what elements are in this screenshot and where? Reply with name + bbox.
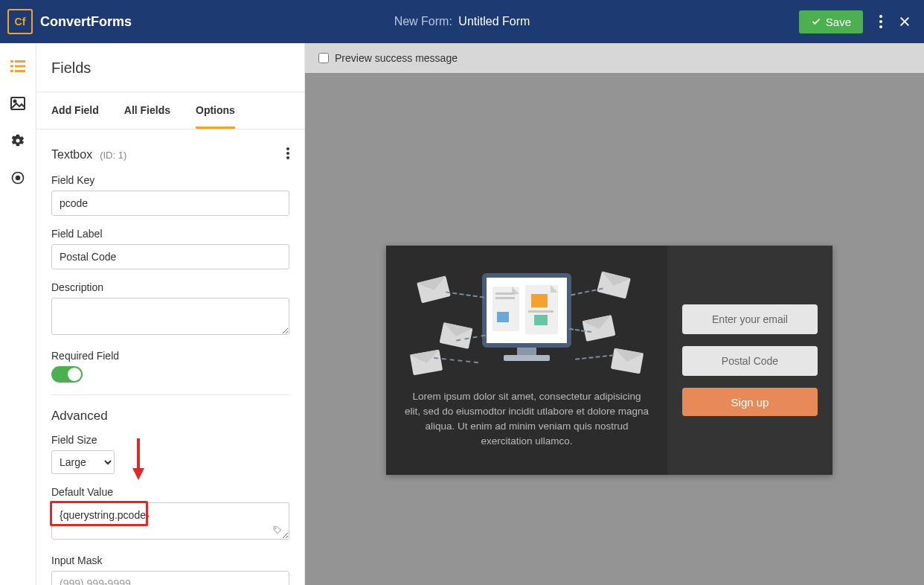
tab-options[interactable]: Options <box>196 92 235 129</box>
field-id-label: (ID: 1) <box>100 150 126 161</box>
close-button[interactable] <box>899 16 911 28</box>
image-icon <box>10 97 25 110</box>
svg-rect-9 <box>10 70 13 72</box>
svg-point-17 <box>286 156 289 159</box>
list-icon <box>10 60 25 72</box>
divider <box>51 394 289 395</box>
tab-add-field[interactable]: Add Field <box>51 92 99 129</box>
svg-rect-6 <box>15 60 25 63</box>
more-button[interactable] <box>879 15 882 28</box>
field-type-label: Textbox <box>51 148 92 162</box>
svg-point-12 <box>14 100 16 103</box>
svg-point-1 <box>879 20 882 23</box>
svg-rect-8 <box>15 65 25 68</box>
required-label: Required Field <box>51 350 289 362</box>
sidebar-title: Fields <box>36 43 304 92</box>
field-key-label: Field Key <box>51 174 289 186</box>
page-title: New Form: Untitled Form <box>394 15 530 28</box>
field-label-input[interactable] <box>51 244 289 269</box>
brand-name: ConvertForms <box>40 14 132 30</box>
svg-rect-7 <box>10 65 13 68</box>
gear-icon <box>10 133 25 148</box>
canvas: Preview success message <box>305 43 924 585</box>
nav-settings[interactable] <box>10 132 26 149</box>
field-key-input[interactable] <box>51 191 289 216</box>
description-input[interactable] <box>51 298 289 335</box>
sidebar: Fields Add Field All Fields Options Text… <box>36 43 305 585</box>
close-icon <box>899 16 911 28</box>
form-preview-right: Sign up <box>667 246 832 475</box>
form-preview-left: Lorem ipsum dolor sit amet, consectetur … <box>386 246 667 475</box>
svg-point-20 <box>275 528 276 529</box>
top-bar: Cf ConvertForms New Form: Untitled Form … <box>0 0 924 43</box>
input-mask-label: Input Mask <box>51 554 289 566</box>
svg-point-15 <box>286 147 289 150</box>
svg-point-0 <box>879 15 882 18</box>
default-value-label: Default Value <box>51 486 289 498</box>
field-size-label: Field Size <box>51 434 289 446</box>
monitor-icon <box>482 273 571 348</box>
illustration <box>411 272 642 376</box>
svg-rect-5 <box>10 60 13 63</box>
required-toggle[interactable] <box>51 366 83 383</box>
nav-design[interactable] <box>10 95 26 112</box>
preview-bar: Preview success message <box>305 43 924 73</box>
toggle-knob <box>68 368 81 381</box>
canvas-body[interactable]: Lorem ipsum dolor sit amet, consectetur … <box>305 73 924 585</box>
field-size-select[interactable]: Large <box>51 450 115 474</box>
svg-rect-10 <box>15 70 25 72</box>
form-preview: Lorem ipsum dolor sit amet, consectetur … <box>386 246 832 475</box>
target-icon <box>10 170 25 185</box>
input-mask-input[interactable] <box>51 571 289 585</box>
logo-text: Cf <box>15 16 26 28</box>
svg-point-14 <box>16 176 20 180</box>
default-value-input[interactable]: {querystring.pcode} <box>51 502 289 540</box>
tag-icon <box>272 525 283 535</box>
field-more-button[interactable] <box>286 147 289 162</box>
save-button[interactable]: Save <box>799 10 863 33</box>
check-icon <box>811 16 821 27</box>
preview-success-label: Preview success message <box>335 52 458 64</box>
advanced-section-label: Advanced <box>51 409 289 423</box>
field-label-label: Field Label <box>51 228 289 240</box>
kebab-icon <box>286 147 289 159</box>
kebab-icon <box>879 15 882 28</box>
form-name[interactable]: Untitled Form <box>458 15 530 28</box>
preview-signup-button[interactable]: Sign up <box>682 388 818 416</box>
save-label: Save <box>826 16 851 28</box>
svg-point-16 <box>286 152 289 155</box>
tab-all-fields[interactable]: All Fields <box>124 92 170 129</box>
nav-submissions[interactable] <box>10 170 26 186</box>
sidebar-tabs: Add Field All Fields Options <box>36 92 304 130</box>
new-form-label: New Form: <box>394 15 452 28</box>
nav-fields[interactable] <box>10 58 26 74</box>
preview-email-input[interactable] <box>682 304 818 334</box>
lorem-text: Lorem ipsum dolor sit amet, consectetur … <box>404 389 649 449</box>
description-label: Description <box>51 281 289 293</box>
preview-success-checkbox[interactable] <box>318 53 329 63</box>
svg-point-2 <box>879 25 882 28</box>
preview-postal-input[interactable] <box>682 346 818 376</box>
app-logo: Cf <box>7 9 33 34</box>
smart-tags-button[interactable] <box>272 525 283 538</box>
nav-iconbar <box>0 43 36 585</box>
